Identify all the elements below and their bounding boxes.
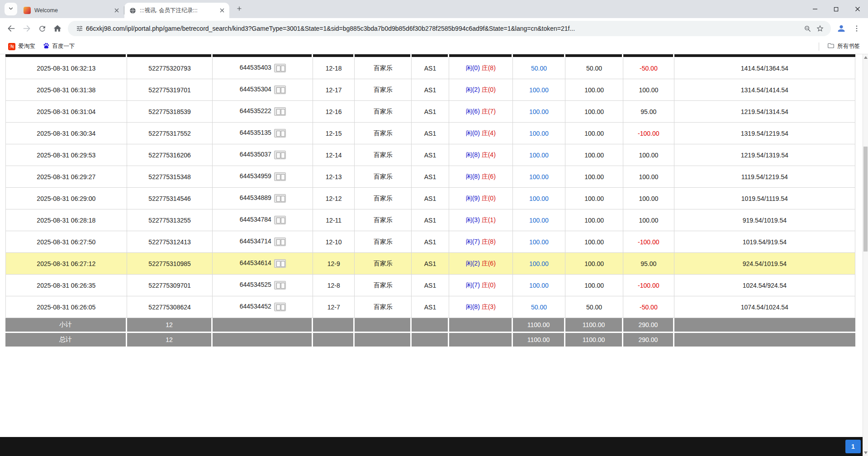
order-number: 522775312413 [127,231,213,253]
bet-time: 2025-08-31 06:31:04 [5,101,127,123]
total-winloss: 290.00 [623,333,674,348]
profile-avatar[interactable] [834,21,849,36]
tab-search-button[interactable] [5,3,17,15]
maximize-button[interactable] [825,0,847,18]
subtotal-bet: 1100.00 [513,318,565,333]
valid-amount: 100.00 [565,79,623,101]
address-bar[interactable]: 66cxkj98.com/ipl/portal.php/game/betreco… [68,21,831,36]
table-header-strip [5,54,855,57]
balance: 1019.54/1119.54 [674,188,855,209]
bet-record-row[interactable]: 2025-08-31 06:29:00 522775314546 6445348… [5,188,855,209]
bet-record-row[interactable]: 2025-08-31 06:26:05 522775308624 6445344… [5,296,855,318]
menu-icon[interactable] [849,21,864,36]
all-bookmarks-button[interactable]: 所有书签 [824,41,863,52]
bet-record-row[interactable]: 2025-08-31 06:26:35 522775309701 6445345… [5,275,855,296]
bet-record-row[interactable]: 2025-08-31 06:29:27 522775315348 6445349… [5,166,855,188]
cards-result-icon[interactable] [274,281,286,290]
valid-amount: 100.00 [565,231,623,253]
bet-time: 2025-08-31 06:27:50 [5,231,127,253]
tab-welcome[interactable]: Welcome [19,3,124,18]
close-button[interactable] [847,0,868,18]
forward-button[interactable] [19,21,34,36]
cards-result-icon[interactable] [274,216,286,224]
order-number: 522775314546 [127,188,213,209]
cards-result-icon[interactable] [274,259,286,268]
cards-result-icon[interactable] [274,303,286,311]
balance: 1314.54/1414.54 [674,79,855,101]
game-number: 644534784 [240,216,271,223]
bet-record-row[interactable]: 2025-08-31 06:32:13 522775320793 6445354… [5,57,855,79]
cards-result-icon[interactable] [274,129,286,138]
round-number: 12-15 [313,123,355,144]
result-cell: 闲(8) 庄(6) [449,166,513,188]
bet-record-row[interactable]: 2025-08-31 06:31:04 522775318539 6445352… [5,101,855,123]
game-number-cell: 644534614 [213,253,313,275]
tab-bet-record[interactable]: :::视讯. 会员下注纪录::: [124,3,229,18]
order-number: 522775316206 [127,144,213,166]
game-type: 百家乐 [355,209,412,231]
site-settings-icon[interactable] [73,22,86,35]
new-tab-button[interactable] [233,3,246,15]
cards-result-icon[interactable] [274,151,286,159]
table-code: AS1 [412,188,449,209]
win-loss: -50.00 [623,296,674,318]
game-number-cell: 644534889 [213,188,313,209]
home-button[interactable] [50,21,65,36]
cards-result-icon[interactable] [274,238,286,246]
bet-amount: 100.00 [513,253,565,275]
round-number: 12-14 [313,144,355,166]
valid-amount: 100.00 [565,101,623,123]
tab-close-icon[interactable] [113,7,120,14]
tab-close-icon[interactable] [218,7,226,14]
minimize-button[interactable] [804,0,825,18]
scrollbar[interactable] [863,54,868,456]
win-loss: 95.00 [623,101,674,123]
table-code: AS1 [412,296,449,318]
cards-result-icon[interactable] [274,86,286,94]
win-loss: -50.00 [623,57,674,79]
cards-result-icon[interactable] [274,194,286,203]
bet-record-row[interactable]: 2025-08-31 06:30:34 522775317552 6445351… [5,123,855,144]
table-code: AS1 [412,275,449,296]
page-number-button[interactable]: 1 [845,440,861,453]
tab-title: Welcome [34,7,109,14]
scroll-down-arrow[interactable] [863,450,868,456]
win-loss: 95.00 [623,253,674,275]
game-number-cell: 644535135 [213,123,313,144]
game-number: 644534889 [240,194,271,201]
bet-record-row[interactable]: 2025-08-31 06:28:18 522775313255 6445347… [5,209,855,231]
scrollbar-thumb[interactable] [863,147,868,252]
bet-record-row[interactable]: 2025-08-31 06:31:38 522775319701 6445353… [5,79,855,101]
order-number: 522775319701 [127,79,213,101]
balance: 1024.54/924.54 [674,275,855,296]
bet-time: 2025-08-31 06:26:35 [5,275,127,296]
cards-result-icon[interactable] [274,172,286,181]
refresh-button[interactable] [34,21,50,36]
bookmark-baidu[interactable]: 百度一下 [39,41,79,52]
bookmark-star-icon[interactable] [814,22,826,35]
result-cell: 闲(6) 庄(7) [449,101,513,123]
bet-record-row[interactable]: 2025-08-31 06:27:50 522775312413 6445347… [5,231,855,253]
win-loss: -100.00 [623,231,674,253]
game-number-cell: 644534959 [213,166,313,188]
back-button[interactable] [4,21,19,36]
cards-result-icon[interactable] [274,64,286,72]
bookmark-aitaobao[interactable]: 淘 爱淘宝 [5,41,39,52]
game-type: 百家乐 [355,231,412,253]
cards-result-icon[interactable] [274,107,286,116]
url-text[interactable]: 66cxkj98.com/ipl/portal.php/game/betreco… [86,25,801,32]
order-number: 522775310985 [127,253,213,275]
result-cell: 闲(2) 庄(0) [449,79,513,101]
result-cell: 闲(9) 庄(0) [449,188,513,209]
player-result: 闲(8) [466,151,480,158]
bet-amount: 50.00 [513,296,565,318]
bet-record-row[interactable]: 2025-08-31 06:29:53 522775316206 6445350… [5,144,855,166]
bet-record-row[interactable]: 2025-08-31 06:27:12 522775310985 6445346… [5,253,855,275]
valid-amount: 50.00 [565,296,623,318]
order-number: 522775317552 [127,123,213,144]
scroll-up-arrow[interactable] [863,54,868,61]
zoom-icon[interactable] [801,22,814,35]
bet-time: 2025-08-31 06:29:27 [5,166,127,188]
round-number: 12-12 [313,188,355,209]
valid-amount: 100.00 [565,123,623,144]
